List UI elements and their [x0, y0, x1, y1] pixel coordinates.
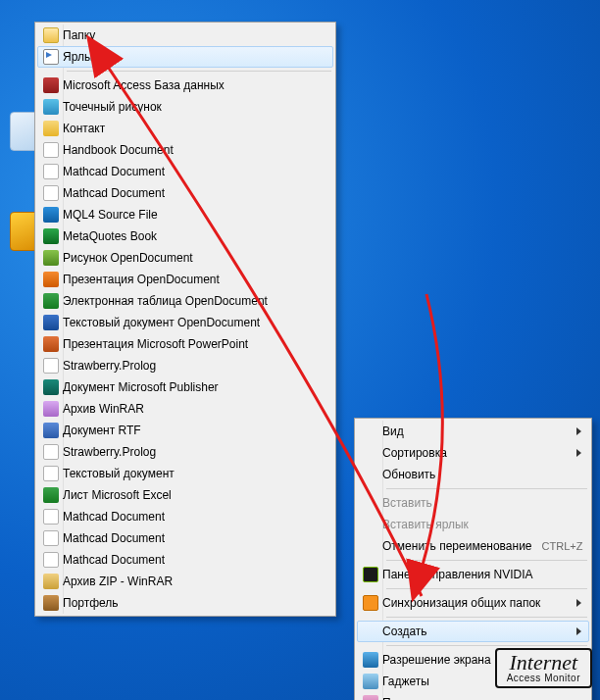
- doc-icon: [39, 358, 63, 374]
- odt-icon: [43, 315, 59, 330]
- menu-item[interactable]: Текстовый документ OpenDocument: [37, 312, 333, 333]
- doc-icon: [39, 552, 63, 568]
- menu-item-icon-slot: [359, 467, 382, 482]
- gadget-icon: [363, 674, 378, 689]
- menu-item-label: Создать: [382, 625, 571, 638]
- menu-item[interactable]: Электронная таблица OpenDocument: [37, 290, 333, 312]
- menu-item[interactable]: Microsoft Access База данных: [37, 75, 333, 96]
- watermark-subtitle: Access Monitor: [507, 674, 580, 683]
- book-icon: [43, 228, 59, 244]
- doc-icon: [43, 164, 59, 179]
- xls-icon: [43, 487, 59, 503]
- menu-item[interactable]: Handbook Document: [37, 139, 333, 161]
- briefcase-icon: [39, 595, 63, 611]
- menu-item[interactable]: Mathcad Document: [37, 161, 333, 182]
- chevron-right-icon: [576, 599, 581, 607]
- menu-item[interactable]: Mathcad Document: [37, 506, 333, 527]
- menu-item-label: Архив ZIP - WinRAR: [63, 575, 325, 588]
- menu-item[interactable]: Документ RTF: [37, 420, 333, 441]
- doc-icon: [39, 142, 63, 158]
- menu-item-label: Архив WinRAR: [63, 402, 325, 416]
- menu-item-label: Обновить: [382, 468, 581, 481]
- menu-item[interactable]: Ярлык: [37, 46, 333, 68]
- menu-item-label: Персонализация: [382, 696, 581, 700]
- menu-item[interactable]: Папку: [37, 25, 333, 46]
- doc-icon: [43, 552, 59, 568]
- menu-item-label: Лист Microsoft Excel: [63, 488, 325, 502]
- menu-item-label: Папку: [63, 28, 325, 42]
- menu-item[interactable]: Синхронизация общих папок: [357, 592, 589, 614]
- menu-item[interactable]: MQL4 Source File: [37, 204, 333, 225]
- zip-icon: [43, 574, 59, 589]
- menu-item-icon-slot: [359, 538, 382, 554]
- access-icon: [39, 77, 63, 93]
- menu-item-label: Вид: [382, 425, 571, 438]
- mql-icon: [39, 207, 63, 223]
- menu-item[interactable]: Mathcad Document: [37, 182, 333, 204]
- menu-separator: [67, 71, 331, 72]
- rtf-icon: [39, 423, 63, 438]
- menu-item-label: Mathcad Document: [63, 510, 325, 524]
- menu-item[interactable]: Документ Microsoft Publisher: [37, 376, 333, 398]
- menu-item[interactable]: Презентация OpenDocument: [37, 269, 333, 290]
- menu-item-label: Точечный рисунок: [63, 100, 325, 114]
- menu-item: Вставить: [357, 492, 589, 514]
- doc-icon: [39, 185, 63, 201]
- chevron-right-icon: [576, 427, 581, 435]
- menu-item-label: Вставить: [382, 496, 581, 510]
- doc-icon: [43, 142, 59, 158]
- menu-item[interactable]: Контакт: [37, 118, 333, 139]
- menu-item[interactable]: Обновить: [357, 464, 589, 485]
- menu-item[interactable]: Точечный рисунок: [37, 96, 333, 118]
- doc-icon: [43, 466, 59, 481]
- briefcase-icon: [43, 595, 59, 611]
- menu-item-label: MQL4 Source File: [63, 208, 325, 222]
- menu-item[interactable]: Рисунок OpenDocument: [37, 247, 333, 269]
- menu-item-label: Ярлык: [63, 50, 325, 64]
- menu-item[interactable]: Strawberry.Prolog: [37, 355, 333, 376]
- menu-item[interactable]: Отменить переименованиеCTRL+Z: [357, 535, 589, 557]
- menu-item[interactable]: Портфель: [37, 592, 333, 614]
- chevron-right-icon: [576, 627, 581, 635]
- menu-item-label: Handbook Document: [63, 143, 325, 157]
- menu-item[interactable]: Текстовый документ: [37, 463, 333, 484]
- menu-item[interactable]: Панель управления NVIDIA: [357, 564, 589, 585]
- rar-icon: [39, 401, 63, 417]
- menu-item-icon-slot: [359, 624, 382, 639]
- menu-item-label: Mathcad Document: [63, 553, 325, 567]
- menu-separator: [386, 560, 587, 561]
- doc-icon: [43, 509, 59, 525]
- menu-item[interactable]: Архив WinRAR: [37, 398, 333, 420]
- menu-item[interactable]: Презентация Microsoft PowerPoint: [37, 333, 333, 355]
- menu-item[interactable]: Лист Microsoft Excel: [37, 484, 333, 506]
- menu-item[interactable]: Создать: [357, 621, 589, 642]
- menu-item[interactable]: Персонализация: [357, 692, 589, 700]
- menu-item-label: Документ RTF: [63, 424, 325, 437]
- watermark-title: Internet: [507, 652, 580, 674]
- menu-item: Вставить ярлык: [357, 514, 589, 535]
- menu-item[interactable]: MetaQuotes Book: [37, 225, 333, 247]
- menu-item-label: Сортировка: [382, 446, 571, 460]
- menu-item-label: Mathcad Document: [63, 165, 325, 178]
- menu-item[interactable]: Сортировка: [357, 442, 589, 464]
- menu-item[interactable]: Вид: [357, 421, 589, 442]
- bmp-icon: [39, 99, 63, 115]
- personalize-icon: [363, 695, 378, 700]
- desktop[interactable]: ПапкуЯрлыкMicrosoft Access База данныхТо…: [0, 0, 600, 700]
- shortcut-icon: [39, 49, 63, 65]
- menu-item-label: Текстовый документ OpenDocument: [63, 316, 325, 329]
- odp-icon: [43, 272, 59, 287]
- menu-item-label: Текстовый документ: [63, 467, 325, 480]
- menu-item-label: Презентация OpenDocument: [63, 273, 325, 286]
- menu-item-label: Синхронизация общих папок: [382, 596, 571, 610]
- menu-item[interactable]: Mathcad Document: [37, 527, 333, 549]
- ods-icon: [39, 293, 63, 309]
- menu-item[interactable]: Mathcad Document: [37, 549, 333, 571]
- menu-item[interactable]: Архив ZIP - WinRAR: [37, 571, 333, 592]
- menu-item[interactable]: Strawberry.Prolog: [37, 441, 333, 463]
- menu-item-label: Mathcad Document: [63, 531, 325, 545]
- contact-icon: [39, 121, 63, 136]
- menu-item-shortcut: CTRL+Z: [542, 540, 583, 552]
- menu-item-icon-slot: [359, 495, 382, 511]
- doc-icon: [43, 185, 59, 201]
